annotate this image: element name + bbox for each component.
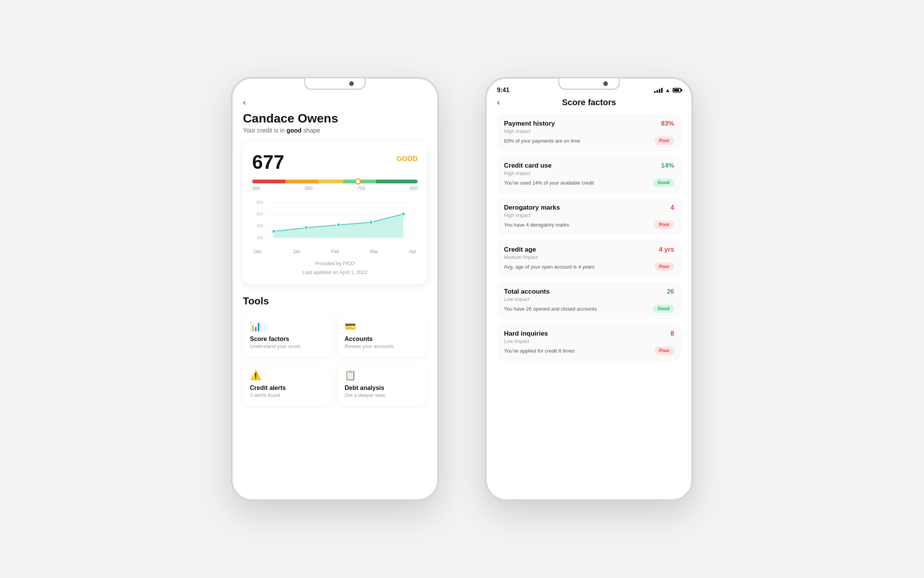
left-phone: ‹ Candace Owens Your credit is in good s… — [231, 77, 439, 501]
score-card: 677 GOOD 300 560 750 850 — [243, 142, 427, 284]
camera — [349, 81, 354, 86]
factor-badge-4: Good — [653, 304, 674, 313]
chart-label-mar: Mar — [370, 249, 378, 254]
svg-point-13 — [402, 212, 405, 216]
factor-header-1: Credit card use 14% — [504, 162, 674, 170]
tool-card-debt-analysis[interactable]: 📋 Debt analysis Get a deeper view — [338, 362, 427, 406]
gauge-labels: 300 560 750 850 — [252, 186, 418, 191]
tool-desc-debt-analysis: Get a deeper view — [345, 392, 420, 398]
factor-desc-3: Avg. age of your open account is 4 years — [504, 264, 651, 270]
right-back-button[interactable]: ‹ — [497, 97, 500, 108]
debt-analysis-icon: 📋 — [345, 370, 420, 381]
factor-badge-1: Good — [653, 178, 674, 187]
tool-name-credit-alerts: Credit alerts — [250, 385, 325, 391]
svg-point-11 — [337, 223, 340, 227]
factor-footer-3: Avg. age of your open account is 4 years… — [504, 262, 674, 271]
battery-icon — [673, 88, 681, 92]
factor-value-4: 26 — [667, 288, 674, 296]
factor-footer-2: You have 4 derogatory marks Poor — [504, 220, 674, 229]
chart-label-jan: Jan — [293, 249, 300, 254]
tool-card-accounts[interactable]: 💳 Accounts Review your accounts — [338, 313, 427, 357]
right-camera — [603, 81, 608, 86]
credit-alerts-icon: ⚠️ — [250, 370, 325, 381]
score-factors-icon: 📊 — [250, 321, 325, 332]
status-icons: ▲ — [654, 87, 681, 93]
factors-container: Payment history 83% High impact 83% of y… — [497, 114, 681, 361]
factor-footer-5: You've applied for credit 8 times Poor — [504, 346, 674, 355]
factor-desc-1: You've used 14% of your available credit — [504, 180, 649, 186]
factor-card-4: Total accounts 26 Low impact You have 26… — [497, 282, 681, 319]
user-name: Candace Owens — [243, 111, 427, 126]
chart-svg: 800 600 400 200 — [252, 197, 418, 247]
factor-impact-2: High impact — [504, 212, 674, 218]
chart-label-dec: Dec — [254, 249, 262, 254]
tools-grid: 📊 Score factors Understand your score 💳 … — [243, 313, 427, 406]
factor-name-0: Payment history — [504, 120, 555, 128]
signal-icon — [654, 88, 663, 93]
right-notch — [558, 78, 620, 90]
gauge-bar — [252, 180, 418, 183]
svg-text:800: 800 — [256, 200, 263, 205]
provided-by: Provided by FICO — [252, 260, 418, 266]
chart-label-apr: Apr — [409, 249, 416, 254]
gauge-label-560: 560 — [305, 186, 313, 191]
svg-point-9 — [272, 230, 275, 233]
tool-desc-accounts: Review your accounts — [345, 343, 420, 349]
gauge-label-850: 850 — [410, 186, 418, 191]
factor-card-1: Credit card use 14% High impact You've u… — [497, 156, 681, 193]
factor-badge-3: Poor — [654, 262, 674, 271]
back-button[interactable]: ‹ — [243, 97, 246, 108]
factor-name-4: Total accounts — [504, 288, 550, 296]
tool-desc-credit-alerts: 3 alerts found — [250, 392, 325, 398]
gauge-dot — [355, 178, 361, 185]
factor-footer-1: You've used 14% of your available credit… — [504, 178, 674, 187]
chart-labels: Dec Jan Feb Mar Apr — [252, 249, 418, 254]
factor-desc-4: You have 26 opened and closed accounts — [504, 306, 649, 312]
score-header: 677 GOOD — [252, 151, 418, 173]
tool-desc-score-factors: Understand your score — [250, 343, 325, 349]
factor-footer-4: You have 26 opened and closed accounts G… — [504, 304, 674, 313]
factor-impact-0: High impact — [504, 128, 674, 134]
gauge-label-750: 750 — [357, 186, 365, 191]
svg-point-10 — [305, 226, 308, 229]
tool-name-debt-analysis: Debt analysis — [345, 385, 420, 391]
factor-impact-5: Low impact — [504, 338, 674, 344]
factor-value-5: 8 — [671, 330, 674, 338]
factor-header-4: Total accounts 26 — [504, 288, 674, 296]
factor-footer-0: 83% of your payments are on time Poor — [504, 136, 674, 145]
page-wrapper: ‹ Candace Owens Your credit is in good s… — [0, 0, 924, 578]
factor-value-3: 4 yrs — [659, 246, 674, 254]
gauge-container: 300 560 750 850 — [252, 180, 418, 191]
tool-card-credit-alerts[interactable]: ⚠️ Credit alerts 3 alerts found — [243, 362, 332, 406]
factor-name-1: Credit card use — [504, 162, 552, 170]
factor-desc-0: 83% of your payments are on time — [504, 138, 651, 144]
factor-card-2: Derogatory marks 4 High impact You have … — [497, 198, 681, 235]
svg-text:400: 400 — [256, 224, 263, 228]
last-updated: Last updated on April 1, 2022 — [252, 269, 418, 275]
factor-value-0: 83% — [661, 120, 674, 128]
factor-header-3: Credit age 4 yrs — [504, 246, 674, 254]
right-phone-content: ‹ Score factors Payment history 83% High… — [486, 97, 692, 500]
left-phone-content: ‹ Candace Owens Your credit is in good s… — [232, 97, 438, 500]
factor-impact-4: Low impact — [504, 296, 674, 302]
tool-card-score-factors[interactable]: 📊 Score factors Understand your score — [243, 313, 332, 357]
factor-name-2: Derogatory marks — [504, 204, 560, 212]
factor-header-5: Hard inquiries 8 — [504, 330, 674, 338]
factor-desc-2: You have 4 derogatory marks — [504, 222, 651, 228]
factor-desc-5: You've applied for credit 8 times — [504, 348, 651, 354]
factor-name-3: Credit age — [504, 246, 536, 254]
chart-label-feb: Feb — [331, 249, 339, 254]
factor-badge-0: Poor — [654, 136, 674, 145]
chart-container: 800 600 400 200 — [252, 197, 418, 254]
tools-title: Tools — [243, 295, 427, 307]
score-number: 677 — [252, 151, 284, 173]
gauge-label-300: 300 — [252, 186, 260, 191]
factor-value-1: 14% — [661, 162, 674, 170]
notch — [304, 78, 366, 90]
factor-impact-1: High impact — [504, 170, 674, 176]
svg-text:600: 600 — [256, 212, 263, 216]
score-rating: GOOD — [397, 155, 418, 163]
factor-badge-5: Poor — [654, 346, 674, 355]
svg-point-12 — [369, 220, 373, 224]
svg-text:200: 200 — [256, 236, 263, 240]
